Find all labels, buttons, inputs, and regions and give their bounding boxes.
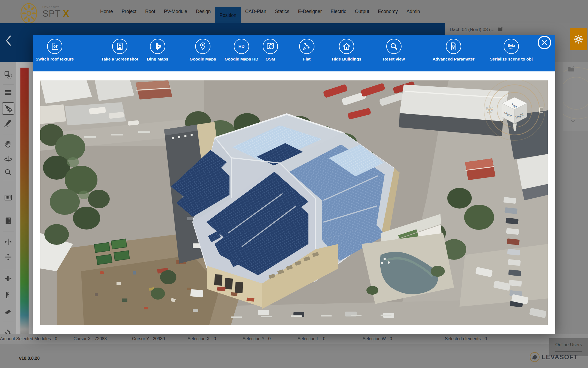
collapse-panel-chevron-left-icon[interactable] [2,33,15,47]
ribbon-button-bing-maps[interactable]: Bing Maps [136,39,179,62]
tab-project[interactable]: Project [117,0,141,23]
ribbon-button-flat[interactable]: Flat [285,39,329,62]
levasoft-sun-logo-icon [18,1,40,26]
tab-electric[interactable]: Electric [326,0,350,23]
breadcrumb[interactable]: Dach 04 (Nord) 03 (... [450,26,504,32]
compass-east-label: E [538,106,543,114]
ribbon-icon-circle: Betav0.1 [504,39,519,54]
tab-output[interactable]: Output [351,0,374,23]
tab-economy[interactable]: Economy [373,0,402,23]
ribbon-icon-circle [195,39,210,54]
ribbon-icon-circle [150,39,165,54]
tool-sidebar [0,62,16,349]
ribbon-button-google-maps[interactable]: Google Maps [181,39,225,62]
status-amount-selected-modules: Amount Selected Modules:0 [0,336,57,341]
gear-icon [573,34,584,45]
status-cursor-y: Cursor Y:20930 [132,336,165,341]
status-selection-y: Selection Y:0 [243,336,271,341]
tab-roof[interactable]: Roof [141,0,160,23]
status-selection-w: Selection W:0 [363,336,392,341]
compass-west-label: W [486,106,493,114]
version-label: v10.0.0.20 [19,356,40,361]
tool-eraser[interactable] [2,305,14,318]
modal-ribbon: Take a Screenshot Bing Maps Google Maps … [33,35,555,71]
status-cursor-x: Cursor X:72088 [74,336,107,341]
svg-text:v0.1: v0.1 [509,47,513,50]
ribbon-button-reset-view[interactable]: Reset view [372,39,416,62]
levasoft-footer-logo: LEVASOFT [529,352,578,363]
app-window: LEVASOFT SPTX HomeProjectRoofPV-ModuleDe… [0,0,588,368]
tool-orbit[interactable] [2,153,14,165]
ribbon-icon-circle [263,39,278,54]
separator [3,321,14,321]
ribbon-icon-circle: G [47,39,62,54]
brand-label: SPT [42,8,61,19]
separator [3,269,14,269]
status-bar: Cursor X:72088Cursor Y:20930Selection X:… [0,334,588,344]
ribbon-button-hide-buildings[interactable]: Hide Buildings [325,39,368,62]
tool-pencil[interactable] [2,117,14,129]
tool-snap-horizontal[interactable] [2,236,14,248]
tab-statics[interactable]: Statics [271,0,294,23]
status-selection-l: Selection L:0 [298,336,326,341]
ribbon-button-serialize-scene-to-obj[interactable]: Betav0.1 Serialize scene to obj [489,39,533,62]
tool-split[interactable] [2,272,14,285]
tab-design[interactable]: Design [192,0,215,23]
tab-cad-plan[interactable]: CAD-Plan [241,0,271,23]
settings-gear-button[interactable] [570,28,587,50]
ribbon-icon-circle [339,39,354,54]
main-nav: HomeProjectRoofPV-ModuleDesignPositionCA… [96,0,424,23]
position-tools-modal: Take a Screenshot Bing Maps Google Maps … [33,35,555,334]
ribbon-icon-circle [446,39,461,54]
folder-icon[interactable] [567,65,575,73]
folder-icon[interactable] [497,26,504,32]
tool-duplicate[interactable] [2,69,14,81]
brand-small-label: LEVASOFT [42,6,69,8]
ribbon-icon-circle [386,39,402,54]
footer-brand-label: LEVASOFT [542,354,578,361]
tool-building-grid[interactable] [2,215,14,227]
brand-x-label: X [63,8,69,19]
footer-bar [0,344,588,368]
separator [3,231,14,231]
svg-text:G: G [53,44,57,49]
tool-hand[interactable] [2,138,14,150]
tool-zoom[interactable] [2,166,14,179]
dimmed-compass-arc [563,77,588,110]
tool-list[interactable] [2,86,14,99]
tab-e-designer[interactable]: E-Designer [294,0,326,23]
close-icon[interactable] [537,35,552,50]
irradiance-scale-bar [20,68,29,343]
svg-text:HD: HD [238,44,245,49]
tab-admin[interactable]: Admin [402,0,424,23]
separator [3,134,14,134]
tab-position[interactable]: Position [215,7,241,23]
ribbon-icon-circle: HD [234,39,249,54]
separator [3,180,14,180]
separator [3,85,14,85]
lion-logo-icon [529,352,540,363]
brand-wordmark: LEVASOFT SPTX [42,6,69,18]
ribbon-button-take-a-screenshot[interactable]: Take a Screenshot [98,39,142,62]
tool-keypad[interactable] [2,191,14,204]
ribbon-button-advanced-parameter[interactable]: Advanced Parameter [432,39,475,62]
top-menu-bar: LEVASOFT SPTX HomeProjectRoofPV-ModuleDe… [0,0,588,23]
ribbon-icon-circle [112,39,127,54]
status-selected-elements: Selected elements:0 [445,336,487,341]
tool-snap-vertical[interactable] [2,251,14,263]
ribbon-icon-circle [299,39,314,54]
tool-ruler[interactable] [2,289,14,301]
chevron-down-icon[interactable] [569,118,577,124]
aerial-scene: W E Top Front Right [40,80,548,325]
tab-home[interactable]: Home [96,0,117,23]
tool-move-cursor[interactable] [2,102,14,115]
tab-pv-module[interactable]: PV-Module [160,0,192,23]
ribbon-button-switch-roof-texture[interactable]: G Switch roof texture [33,39,76,62]
svg-text:Beta: Beta [508,44,515,47]
3d-viewport[interactable]: W E Top Front Right [40,80,548,325]
status-selection-x: Selection X:0 [188,336,216,341]
